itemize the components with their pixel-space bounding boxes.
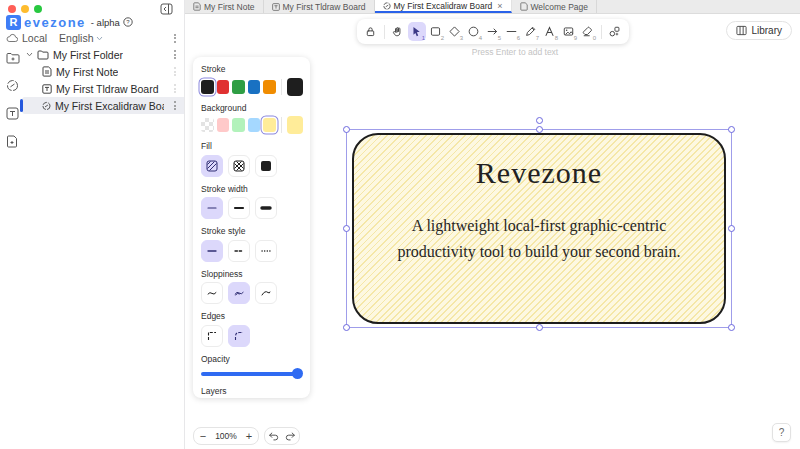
minimize-window-button[interactable] xyxy=(21,5,29,13)
tree-item-excalidraw[interactable]: My First Excalidraw Board xyxy=(22,97,184,114)
stroke-width-bold-icon[interactable] xyxy=(228,197,250,219)
stroke-color-blue[interactable] xyxy=(248,80,261,94)
tab-my-first-tldraw-board[interactable]: My First Tldraw Board xyxy=(264,0,375,13)
stroke-width-extra-bold-icon[interactable] xyxy=(255,197,277,219)
tab-bar: My First Note My First Tldraw Board My F… xyxy=(185,0,800,14)
page-icon xyxy=(520,2,528,11)
arrow-tool-icon[interactable]: 5 xyxy=(484,22,502,41)
fill-solid-icon[interactable] xyxy=(255,155,277,177)
add-note-icon[interactable] xyxy=(6,134,21,149)
ellipse-tool-icon[interactable]: 4 xyxy=(465,22,483,41)
tool-shortcut: 5 xyxy=(498,35,501,41)
sloppiness-cartoonist-icon[interactable] xyxy=(255,282,277,304)
redo-icon[interactable] xyxy=(282,427,299,445)
resize-handle-w[interactable] xyxy=(343,225,350,232)
edges-round-icon[interactable] xyxy=(228,325,250,347)
opacity-slider[interactable] xyxy=(201,368,302,379)
item-menu-icon[interactable] xyxy=(168,99,182,112)
item-menu-icon[interactable] xyxy=(168,82,182,95)
background-color-blue[interactable] xyxy=(248,118,261,132)
stroke-color-black[interactable] xyxy=(201,80,214,94)
tab-my-first-note[interactable]: My First Note xyxy=(185,0,264,13)
draw-tool-icon[interactable]: 7 xyxy=(522,22,540,41)
background-current-color[interactable] xyxy=(287,116,303,134)
language-select[interactable]: English xyxy=(59,32,102,44)
resize-handle-s[interactable] xyxy=(536,324,543,331)
tool-shortcut: 0 xyxy=(593,35,596,41)
rectangle-tool-icon[interactable]: 2 xyxy=(427,22,445,41)
file-tree: My First Folder My First Note My First T… xyxy=(22,46,184,114)
close-window-button[interactable] xyxy=(8,5,16,13)
image-tool-icon[interactable]: 9 xyxy=(560,22,578,41)
zoom-window-button[interactable] xyxy=(34,5,42,13)
tab-label: My First Note xyxy=(204,2,255,12)
opacity-thumb[interactable] xyxy=(292,368,303,379)
tree-item-label: My First Tldraw Board xyxy=(56,83,159,95)
excalidraw-canvas[interactable]: 1 2 3 4 5 6 7 xyxy=(185,14,800,449)
section-label: Edges xyxy=(201,311,303,321)
resize-handle-e[interactable] xyxy=(728,225,735,232)
sloppiness-architect-icon[interactable] xyxy=(201,282,223,304)
diamond-tool-icon[interactable]: 3 xyxy=(446,22,464,41)
section-label: Background xyxy=(201,103,303,113)
resize-handle-se[interactable] xyxy=(728,324,735,331)
text-tool-icon[interactable]: 8 xyxy=(541,22,559,41)
chevron-down-icon[interactable] xyxy=(26,52,33,57)
stroke-style-solid-icon[interactable] xyxy=(201,240,223,262)
library-label: Library xyxy=(751,25,782,36)
resize-handle-nw[interactable] xyxy=(343,126,350,133)
rotate-handle[interactable] xyxy=(536,117,543,124)
revezone-card[interactable]: Revezone A lightweight local-first graph… xyxy=(352,133,726,324)
background-color-transparent[interactable] xyxy=(201,118,214,132)
background-color-yellow[interactable] xyxy=(263,118,276,132)
divider xyxy=(281,79,282,95)
close-tab-icon[interactable]: × xyxy=(497,1,502,11)
workspace-menu-icon[interactable] xyxy=(170,32,180,45)
sloppiness-artist-icon[interactable] xyxy=(228,282,250,304)
help-button[interactable]: ? xyxy=(772,423,791,442)
storage-mode-label: Local xyxy=(22,32,47,44)
stroke-style-dotted-icon[interactable] xyxy=(255,240,277,262)
background-color-pink[interactable] xyxy=(217,118,230,132)
divider xyxy=(281,117,282,133)
folder-menu-icon[interactable] xyxy=(168,48,182,61)
zoom-in-button[interactable]: + xyxy=(240,427,258,445)
hand-tool-icon[interactable] xyxy=(389,22,407,41)
stroke-width-thin-icon[interactable] xyxy=(201,197,223,219)
more-tools-icon[interactable] xyxy=(606,22,624,41)
undo-icon[interactable] xyxy=(265,427,282,445)
about-icon[interactable]: ? xyxy=(123,17,133,27)
zoom-level[interactable]: 100% xyxy=(212,431,240,441)
stroke-color-green[interactable] xyxy=(232,80,245,94)
fill-hachure-icon[interactable] xyxy=(201,155,223,177)
add-excalidraw-board-icon[interactable] xyxy=(6,78,21,93)
line-tool-icon[interactable]: 6 xyxy=(503,22,521,41)
resize-handle-sw[interactable] xyxy=(343,324,350,331)
selection-tool-icon[interactable]: 1 xyxy=(408,22,426,41)
library-button[interactable]: Library xyxy=(726,21,792,40)
edges-section: Edges xyxy=(201,311,303,347)
eraser-tool-icon[interactable]: 0 xyxy=(579,22,597,41)
stroke-color-red[interactable] xyxy=(217,80,230,94)
edges-sharp-icon[interactable] xyxy=(201,325,223,347)
tree-item-note[interactable]: My First Note xyxy=(22,63,184,80)
lock-tool-icon[interactable] xyxy=(362,22,380,41)
stroke-color-orange[interactable] xyxy=(263,80,276,94)
stroke-current-color[interactable] xyxy=(287,78,303,96)
zoom-out-button[interactable]: − xyxy=(194,427,212,445)
background-color-green[interactable] xyxy=(232,118,245,132)
tree-folder-row[interactable]: My First Folder xyxy=(22,46,184,63)
resize-handle-n[interactable] xyxy=(536,126,543,133)
add-folder-icon[interactable] xyxy=(6,50,21,65)
tree-item-tldraw[interactable]: My First Tldraw Board xyxy=(22,80,184,97)
add-tldraw-board-icon[interactable] xyxy=(6,106,21,121)
item-menu-icon[interactable] xyxy=(168,65,182,78)
stroke-style-dashed-icon[interactable] xyxy=(228,240,250,262)
resize-handle-ne[interactable] xyxy=(728,126,735,133)
collapse-sidebar-icon[interactable] xyxy=(160,2,176,16)
tab-my-first-excalidraw-board[interactable]: My First Excalidraw Board × xyxy=(375,0,512,13)
fill-cross-hatch-icon[interactable] xyxy=(228,155,250,177)
tab-welcome-page[interactable]: Welcome Page xyxy=(512,0,597,13)
sidebar: R evezone - alpha ? Local English xyxy=(0,0,185,449)
tab-label: My First Excalidraw Board xyxy=(394,1,493,11)
